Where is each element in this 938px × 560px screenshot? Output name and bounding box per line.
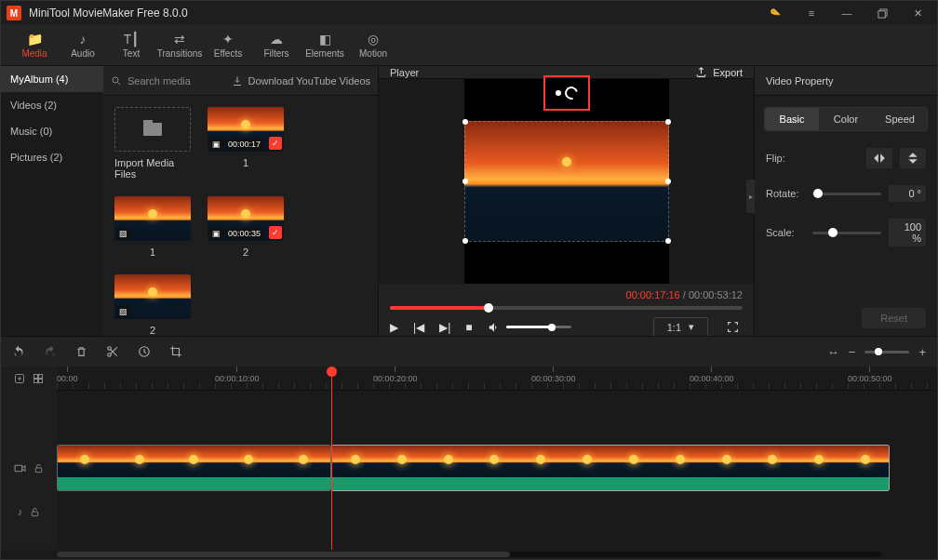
property-tabs: BasicColorSpeed xyxy=(764,107,928,131)
delete-button[interactable] xyxy=(75,345,87,358)
auto-fit-icon[interactable]: ↔ xyxy=(827,345,839,359)
ruler-tick: 00:00:30:00 xyxy=(531,367,576,383)
tab-filters[interactable]: ☁Filters xyxy=(252,25,301,66)
undo-button[interactable] xyxy=(12,345,25,358)
add-track-button[interactable] xyxy=(14,373,25,384)
check-icon: ✓ xyxy=(269,137,282,150)
fullscreen-button[interactable] xyxy=(723,317,743,337)
timeline-tracks[interactable]: 00:0000:00:10:0000:00:20:0000:00:30:0000… xyxy=(57,367,937,550)
zoom-out-button[interactable]: − xyxy=(849,345,856,359)
lock-audio-track-button[interactable] xyxy=(30,506,40,518)
tab-text[interactable]: T┃Text xyxy=(107,25,155,66)
property-tab-color[interactable]: Color xyxy=(819,108,873,130)
motion-icon: ◎ xyxy=(368,32,379,47)
maximize-button[interactable] xyxy=(868,1,896,25)
property-tab-basic[interactable]: Basic xyxy=(765,108,819,130)
audio-track-icon: ♪ xyxy=(18,506,23,517)
ruler-tick: 00:00:40:00 xyxy=(690,367,734,383)
zoom-in-button[interactable]: + xyxy=(918,345,926,359)
media-thumbnail[interactable]: ▧1 xyxy=(114,196,191,258)
timeline-ruler[interactable]: 00:0000:00:10:0000:00:20:0000:00:30:0000… xyxy=(57,367,937,391)
album-item[interactable]: MyAlbum (4) xyxy=(1,66,103,92)
aspect-ratio-select[interactable]: 1:1 ▾ xyxy=(653,317,708,337)
download-youtube-button[interactable]: Download YouTube Videos xyxy=(232,75,371,87)
tab-elements[interactable]: ◧Elements xyxy=(301,25,349,66)
media-thumbnail[interactable]: ▣00:00:35✓2 xyxy=(208,196,284,258)
premium-key-icon[interactable] xyxy=(762,1,790,25)
resize-handle-tl[interactable] xyxy=(462,119,468,125)
library-header: Search media Download YouTube Videos xyxy=(103,66,378,96)
album-item[interactable]: Videos (2) xyxy=(1,92,103,118)
chevron-down-icon: ▾ xyxy=(689,321,694,333)
redo-button[interactable] xyxy=(44,345,57,358)
scale-label: Scale: xyxy=(766,227,805,238)
split-button[interactable] xyxy=(106,345,119,358)
import-media-button[interactable]: Import Media Files xyxy=(114,107,191,180)
stop-button[interactable]: ■ xyxy=(465,321,472,334)
playhead[interactable] xyxy=(331,367,332,550)
rotate-handle[interactable] xyxy=(543,75,590,111)
resize-handle-tr[interactable] xyxy=(665,119,671,125)
flip-horizontal-button[interactable] xyxy=(866,148,892,168)
album-item[interactable]: Pictures (2) xyxy=(1,144,103,170)
property-tab-speed[interactable]: Speed xyxy=(873,108,927,130)
tab-audio[interactable]: ♪Audio xyxy=(59,25,107,66)
audio-track[interactable] xyxy=(57,504,937,532)
svg-rect-6 xyxy=(34,375,38,379)
timeline-clip[interactable]: ▣1 xyxy=(57,445,331,491)
volume-icon[interactable] xyxy=(488,321,501,334)
filters-icon: ☁ xyxy=(270,32,283,47)
minimize-button[interactable]: — xyxy=(833,1,861,25)
selected-clip-overlay[interactable] xyxy=(464,121,669,242)
album-list: MyAlbum (4)Videos (2)Music (0)Pictures (… xyxy=(1,66,103,336)
tab-media[interactable]: 📁Media xyxy=(10,25,59,66)
resize-handle-br[interactable] xyxy=(665,238,671,244)
export-button[interactable]: Export xyxy=(695,66,743,78)
play-button[interactable]: ▶ xyxy=(390,321,398,334)
tab-effects[interactable]: ✦Effects xyxy=(204,25,252,66)
menu-icon[interactable]: ≡ xyxy=(797,1,825,25)
ruler-tick: 00:00 xyxy=(57,367,78,383)
seek-bar[interactable] xyxy=(390,306,743,310)
search-media[interactable]: Search media xyxy=(111,75,224,87)
scale-slider[interactable] xyxy=(812,232,881,234)
close-button[interactable]: ✕ xyxy=(904,1,931,25)
next-frame-button[interactable]: ▶| xyxy=(439,321,450,334)
resize-handle-r[interactable] xyxy=(665,179,671,184)
prev-frame-button[interactable]: |◀ xyxy=(413,321,424,334)
crop-button[interactable] xyxy=(169,345,182,358)
video-track[interactable]: ▣1▣2 xyxy=(57,445,937,491)
speed-button[interactable] xyxy=(138,345,151,358)
text-icon: T┃ xyxy=(124,32,140,47)
flip-vertical-button[interactable] xyxy=(900,148,926,168)
duration-badge: 00:00:35 xyxy=(225,228,263,239)
scale-value: 100 % xyxy=(889,219,926,247)
svg-rect-9 xyxy=(39,380,43,383)
track-manager-button[interactable] xyxy=(33,373,44,384)
media-library: MyAlbum (4)Videos (2)Music (0)Pictures (… xyxy=(1,66,379,336)
rotate-slider[interactable] xyxy=(812,193,881,195)
flip-label: Flip: xyxy=(766,153,805,164)
tab-motion[interactable]: ◎Motion xyxy=(349,25,397,66)
svg-rect-12 xyxy=(33,512,38,516)
preview-canvas[interactable] xyxy=(464,79,669,284)
media-thumbnail[interactable]: ▣00:00:17✓1 xyxy=(208,107,284,180)
album-item[interactable]: Music (0) xyxy=(1,118,103,144)
tab-transitions[interactable]: ⇄Transitions xyxy=(155,25,204,66)
video-type-icon: ▣ xyxy=(209,139,223,150)
timeline-scrollbar[interactable] xyxy=(57,552,881,557)
resize-handle-bl[interactable] xyxy=(462,238,468,244)
zoom-slider[interactable] xyxy=(864,351,909,353)
collapse-properties-button[interactable]: ▸ xyxy=(746,180,755,213)
video-type-icon: ▣ xyxy=(209,228,223,239)
duration-badge: 00:00:17 xyxy=(225,139,263,150)
reset-button[interactable]: Reset xyxy=(862,308,926,328)
search-icon xyxy=(111,75,122,87)
lock-track-button[interactable] xyxy=(34,462,44,474)
transitions-icon: ⇄ xyxy=(174,32,185,47)
volume-slider[interactable] xyxy=(506,326,571,328)
preview-canvas-area[interactable] xyxy=(379,79,754,284)
resize-handle-l[interactable] xyxy=(462,179,468,184)
timeline-clip[interactable]: ▣2 xyxy=(331,445,890,491)
media-thumbnail[interactable]: ▧2 xyxy=(114,274,191,336)
